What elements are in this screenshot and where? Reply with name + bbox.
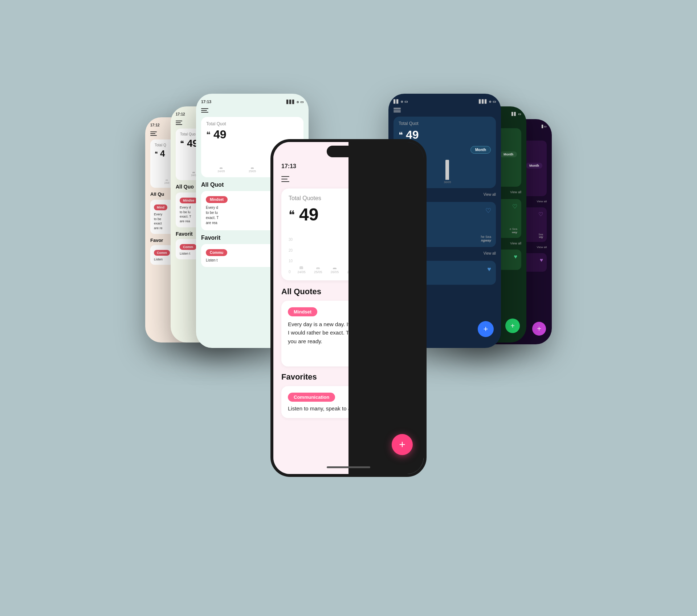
light-fav-header: Favorites View all bbox=[281, 372, 348, 382]
bg-va-r2: View all bbox=[510, 190, 521, 196]
bg-heart-r3: ♡ bbox=[538, 211, 543, 218]
main-fab[interactable]: + bbox=[392, 434, 413, 455]
bg-num-row-left1: ❝ 49 bbox=[206, 128, 298, 141]
bg-time-left2: 17:12 bbox=[176, 112, 185, 116]
phone-half-dark: 17:13 ▋▋▋ ⌾ ▭ T bbox=[348, 142, 424, 474]
bg-va-r3: View all bbox=[537, 200, 547, 205]
bar-26: 26/05 bbox=[327, 238, 342, 274]
home-indicator bbox=[327, 466, 370, 468]
bar-24: 24/05 bbox=[294, 238, 309, 274]
bg-fab-r3[interactable]: + bbox=[532, 322, 546, 336]
bg-time-left1: 17:13 bbox=[201, 100, 211, 104]
bg-icons-right1: ▋▋▋⌾▭ bbox=[479, 100, 496, 104]
phone-main: 17:13 Total Quotes ❝ 49 bbox=[270, 139, 427, 477]
light-hamburger[interactable] bbox=[281, 176, 348, 182]
bg-icons2: ▋▋▭ bbox=[511, 112, 521, 116]
bg-fav-va-r3: View all bbox=[537, 246, 547, 251]
light-book: The Old Man and the Sea bbox=[288, 349, 348, 354]
bg-month-right1: Month bbox=[470, 146, 491, 154]
bar-25-fill bbox=[316, 267, 320, 269]
light-fav-text: Listen to many, speak to a few. bbox=[288, 405, 348, 412]
bg-fab-right1[interactable]: + bbox=[478, 321, 494, 337]
bg-aq-title-left2: All Quo bbox=[176, 184, 194, 190]
bar-25: 25/05 bbox=[311, 238, 326, 274]
light-tq-number-row: ❝ 49 bbox=[289, 204, 348, 224]
bar-24-fill bbox=[299, 266, 303, 269]
bg-quote-icon-left3: ❝ bbox=[155, 150, 158, 157]
bg-status-right1: ▋▋⌾▭ ▋▋▋⌾▭ bbox=[394, 100, 496, 104]
bg-heart-r1: ♡ bbox=[485, 207, 491, 215]
phone-notch bbox=[327, 146, 370, 157]
bg-month-r2: Month bbox=[500, 151, 517, 157]
bg-fav-heart-r1: ♥ bbox=[487, 266, 491, 273]
bg-number-left3: 4 bbox=[160, 149, 165, 159]
bg-tag-l1: Mindset bbox=[206, 196, 228, 203]
bg-fav-tag-left3: Comm bbox=[154, 250, 170, 256]
light-attribution: The Old Man and the Sea Ernest Hemingway bbox=[288, 349, 348, 360]
light-fav-title: Favorites bbox=[281, 372, 317, 382]
bg-fav-tag-left2: Comm bbox=[180, 244, 196, 250]
bg-fab-r2[interactable]: + bbox=[505, 319, 520, 333]
bg-qicon-left2: ❝ bbox=[180, 139, 184, 148]
bg-fav-heart-r2: ♥ bbox=[514, 254, 518, 260]
bar-26-fill bbox=[333, 268, 337, 269]
bg-heart-r2: ♡ bbox=[512, 203, 517, 210]
bg-icons-left1: ▋▋▋⌾▭ bbox=[286, 100, 303, 104]
light-status: 17:13 bbox=[281, 163, 348, 170]
bg-va-r1: View all bbox=[484, 192, 496, 199]
bg-ham-right1 bbox=[394, 108, 496, 112]
light-quote-card: Mindset ♡ Every day is a new day. It is … bbox=[281, 301, 348, 366]
bg-all-q-title-left3: All Qu bbox=[150, 191, 164, 197]
bg-fav-va-r2: View all bbox=[510, 242, 521, 247]
light-tq-number: 49 bbox=[299, 204, 318, 224]
bg-fav-t-left1: Favorit bbox=[201, 235, 220, 241]
bg-sig-right1: ▋▋⌾▭ bbox=[394, 100, 408, 104]
bg-status-left1: 17:13 ▋▋▋⌾▭ bbox=[201, 100, 303, 104]
bg-icons3: ▋▭ bbox=[542, 125, 547, 128]
bg-num-left1: 49 bbox=[213, 128, 227, 141]
bg-icon-left1: ❝ bbox=[206, 130, 211, 139]
light-quote-tag: Mindset bbox=[288, 307, 317, 316]
phone-main-inner: 17:13 Total Quotes ❝ 49 bbox=[273, 142, 424, 474]
bar-26-label: 26/05 bbox=[331, 270, 339, 274]
app-scene: 17:12 ▋▋▋ ⌾ ▭ Total Q ❝ 4 bbox=[94, 27, 603, 589]
light-quote-icon: ❝ bbox=[289, 208, 295, 222]
bg-tq-lbl-right1: Total Quot bbox=[399, 121, 491, 126]
bar-25-label: 25/05 bbox=[314, 270, 322, 274]
chart-y-labels: 3020100 bbox=[289, 238, 293, 274]
bg-fav-heart-r3: ♥ bbox=[540, 257, 543, 263]
bg-time-left3: 17:12 bbox=[150, 123, 160, 127]
bg-tag-left2: Mindse bbox=[180, 198, 197, 203]
bg-aq-t-left1: All Quot bbox=[201, 182, 224, 188]
light-aq-title: All Quotes bbox=[281, 287, 321, 296]
light-content: 17:13 Total Quotes ❝ 49 bbox=[273, 142, 348, 425]
bar-27: 27/05 bbox=[344, 238, 348, 274]
bg-fav-va-r1: View all bbox=[484, 251, 496, 258]
light-quote-text: Every day is a new day. It is better to … bbox=[288, 320, 348, 345]
light-fav-card: Communication ♥ Listen to many, speak to… bbox=[281, 386, 348, 418]
bg-tq-lbl-left1: Total Quot bbox=[206, 121, 298, 126]
bg-month-r3: Month bbox=[526, 163, 542, 169]
bg-hamburger-left1 bbox=[201, 108, 303, 113]
bg-tag-left3: Mind bbox=[154, 204, 167, 210]
bg-qi-right1: ❝ bbox=[399, 130, 403, 140]
phone-half-light: 17:13 Total Quotes ❝ 49 bbox=[273, 142, 348, 474]
bar-24-label: 24/05 bbox=[297, 270, 306, 274]
light-aq-header: All Quotes View all bbox=[281, 287, 348, 296]
light-bars: 24/05 25/05 26/05 bbox=[294, 238, 348, 274]
light-author: Ernest Hemingway bbox=[288, 354, 348, 360]
light-tq-card: Total Quotes ❝ 49 3020100 bbox=[281, 189, 348, 280]
light-chart: 3020100 24/05 25/05 bbox=[289, 230, 348, 274]
light-tq-label: Total Quotes bbox=[289, 195, 348, 202]
light-time: 17:13 bbox=[281, 163, 296, 170]
light-fav-tag: Communication bbox=[288, 393, 335, 402]
bg-fav-tag-l1: Commu bbox=[206, 249, 227, 256]
